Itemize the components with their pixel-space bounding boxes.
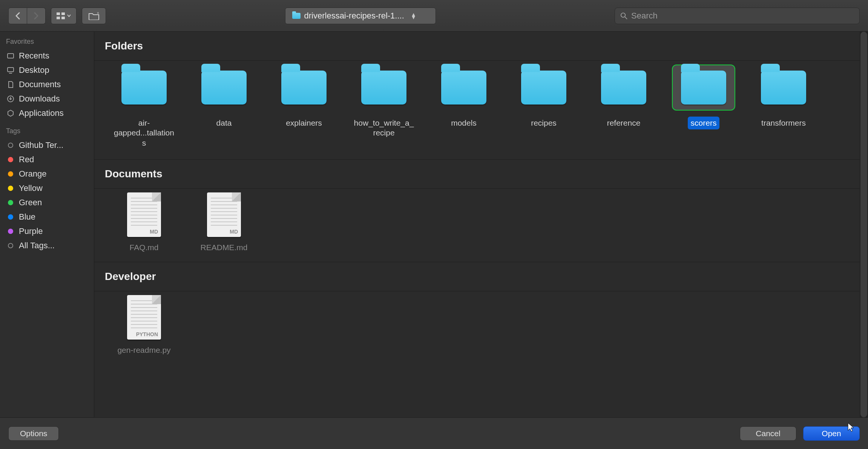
folder-icon-wrap	[432, 65, 495, 111]
tag-dot-icon	[6, 157, 15, 162]
sidebar-item-label: Blue	[19, 212, 35, 222]
folder-item[interactable]: scorers	[670, 65, 738, 149]
search-field[interactable]	[615, 8, 860, 24]
tags-header: Tags	[0, 127, 94, 138]
file-browser: Folders air-gapped...tallationsdataexpla…	[94, 32, 868, 417]
scrollbar-track[interactable]	[860, 32, 868, 417]
folder-label: scorers	[688, 117, 720, 129]
sidebar-item-label: Github Ter...	[19, 140, 63, 150]
sidebar-item-desktop[interactable]: Desktop	[0, 63, 94, 77]
sidebar-item-label: Downloads	[19, 94, 60, 104]
favorites-header: Favorites	[0, 38, 94, 49]
sidebar-item-label: Desktop	[19, 65, 49, 75]
svg-rect-1	[61, 12, 65, 15]
tag-ring-icon	[6, 143, 15, 148]
new-folder-button[interactable]: +	[82, 8, 106, 24]
tag-ring-icon	[6, 243, 15, 248]
options-button[interactable]: Options	[8, 426, 59, 441]
folder-icon-wrap	[512, 65, 575, 111]
sidebar-item-label: Purple	[19, 226, 43, 236]
folder-item[interactable]: reference	[590, 65, 658, 149]
developer-grid: PYTHONgen-readme.py	[94, 291, 868, 364]
cursor-icon	[847, 422, 855, 432]
tag-dot-icon	[6, 200, 15, 205]
document-icon: MD	[127, 192, 161, 237]
path-popup[interactable]: driverlessai-recipes-rel-1.... ▲▼	[285, 8, 436, 24]
folders-grid: air-gapped...tallationsdataexplainershow…	[94, 61, 868, 159]
folder-item[interactable]: air-gapped...tallations	[110, 65, 178, 149]
sidebar-tag-red[interactable]: Red	[0, 152, 94, 167]
stepper-icon: ▲▼	[411, 13, 416, 19]
file-item[interactable]: MDFAQ.md	[110, 192, 178, 252]
nav-buttons	[8, 8, 46, 24]
sidebar-item-label: Green	[19, 198, 42, 208]
back-button[interactable]	[8, 8, 27, 24]
scrollbar-thumb[interactable]	[860, 32, 867, 417]
file-item[interactable]: MDREADME.md	[190, 192, 258, 252]
sidebar-item-documents[interactable]: Documents	[0, 77, 94, 92]
forward-button[interactable]	[27, 8, 46, 24]
svg-rect-8	[8, 68, 14, 72]
path-label: driverlessai-recipes-rel-1....	[304, 11, 404, 21]
sidebar-tag-blue[interactable]: Blue	[0, 210, 94, 224]
folder-icon-wrap	[752, 65, 815, 111]
folder-icon	[121, 71, 167, 105]
sidebar-item-label: Yellow	[19, 183, 43, 193]
sidebar-item-applications[interactable]: Applications	[0, 106, 94, 120]
folder-label: explainers	[283, 117, 325, 129]
sidebar-tag-yellow[interactable]: Yellow	[0, 181, 94, 195]
section-folders-header: Folders	[94, 32, 868, 60]
tag-dot-icon	[6, 186, 15, 191]
folder-icon-wrap	[272, 65, 336, 111]
folder-icon	[521, 71, 566, 105]
folder-label: models	[448, 117, 480, 129]
svg-rect-7	[8, 54, 14, 58]
folder-item[interactable]: data	[190, 65, 258, 149]
chevron-down-icon	[67, 14, 71, 17]
file-type-badge: MD	[150, 229, 158, 235]
folder-item[interactable]: how_to_write_a_recipe	[350, 65, 418, 149]
clock-icon	[6, 52, 15, 60]
tag-dot-icon	[6, 229, 15, 234]
tag-dot-icon	[6, 214, 15, 220]
folder-icon	[761, 71, 806, 105]
applications-icon	[6, 109, 15, 117]
folder-label: transformers	[758, 117, 809, 129]
sidebar-item-label: Red	[19, 155, 34, 165]
sidebar-item-label: Documents	[19, 80, 61, 89]
sidebar-tag-purple[interactable]: Purple	[0, 224, 94, 238]
folder-label: recipes	[528, 117, 560, 129]
chevron-left-icon	[15, 12, 21, 20]
sidebar-tag-green[interactable]: Green	[0, 195, 94, 210]
open-button[interactable]: Open	[803, 426, 860, 441]
svg-rect-0	[57, 12, 60, 15]
cancel-button[interactable]: Cancel	[740, 426, 796, 441]
sidebar-item-downloads[interactable]: Downloads	[0, 92, 94, 106]
svg-line-6	[625, 17, 627, 19]
view-mode-button[interactable]	[51, 8, 77, 24]
sidebar-item-label: All Tags...	[19, 241, 55, 251]
folder-item[interactable]: transformers	[750, 65, 817, 149]
sidebar-tag-orange[interactable]: Orange	[0, 167, 94, 181]
search-icon	[620, 12, 627, 20]
folder-icon	[441, 71, 486, 105]
sidebar-item-recents[interactable]: Recents	[0, 49, 94, 63]
folder-item[interactable]: models	[430, 65, 498, 149]
svg-text:+: +	[97, 12, 99, 15]
footer: Options Cancel Open	[0, 417, 868, 449]
sidebar-tag-githubter[interactable]: Github Ter...	[0, 138, 94, 152]
folder-item[interactable]: recipes	[510, 65, 578, 149]
file-item[interactable]: PYTHONgen-readme.py	[110, 295, 178, 355]
section-developer-header: Developer	[94, 262, 868, 291]
folder-icon-wrap	[592, 65, 655, 111]
folder-icon	[681, 71, 726, 105]
sidebar-tag-alltags[interactable]: All Tags...	[0, 238, 94, 253]
file-open-dialog: + driverlessai-recipes-rel-1.... ▲▼ Favo…	[0, 0, 868, 449]
folder-icon-wrap	[192, 65, 256, 111]
documents-grid: MDFAQ.mdMDREADME.md	[94, 189, 868, 262]
search-input[interactable]	[631, 11, 854, 21]
folder-item[interactable]: explainers	[270, 65, 338, 149]
dialog-body: Favorites Recents Desktop Documents Down…	[0, 32, 868, 417]
folder-icon	[601, 71, 646, 105]
folder-icon-wrap	[112, 65, 176, 111]
